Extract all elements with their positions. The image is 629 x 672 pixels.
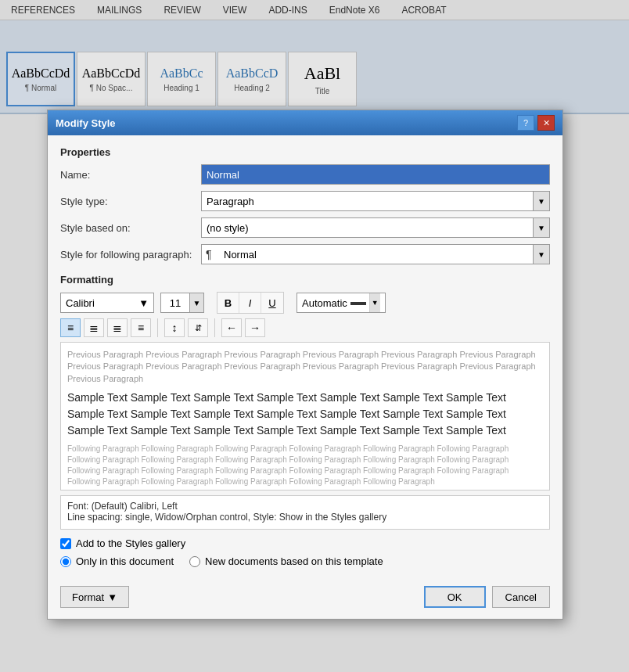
style-following-label: Style for following paragraph: [60, 249, 201, 261]
align-center-button[interactable]: ≣ [84, 318, 104, 337]
radio-new-template-wrap[interactable]: New documents based on this template [189, 555, 383, 567]
titlebar-buttons: ? ✕ [517, 115, 555, 131]
line-spacing-increase-button[interactable]: ↕ [164, 318, 185, 337]
indent-increase-button[interactable]: → [245, 318, 265, 337]
font-selector[interactable]: Calibri ▼ [60, 293, 154, 313]
help-button[interactable]: ? [517, 115, 534, 131]
radio-row: Only in this document New documents base… [60, 555, 550, 567]
align-right-button[interactable]: ≣ [107, 318, 128, 337]
name-row: Name: [60, 164, 550, 185]
close-button[interactable]: ✕ [537, 115, 555, 131]
style-type-select-wrap: Paragraph ▼ [201, 191, 550, 211]
radio-new-template-label: New documents based on this template [205, 555, 383, 567]
add-to-gallery-wrap[interactable]: Add to the Styles gallery [60, 537, 185, 549]
dialog-titlebar: Modify Style ? ✕ [48, 110, 563, 135]
font-size-wrap: ▼ [160, 293, 204, 313]
properties-section-title: Properties [60, 146, 550, 158]
style-description-line2: Line spacing: single, Widow/Orphan contr… [67, 512, 543, 523]
bold-button[interactable]: B [217, 293, 239, 313]
ok-button[interactable]: OK [424, 586, 486, 608]
formatting-section-title: Formatting [60, 274, 550, 286]
name-input[interactable] [201, 164, 550, 185]
style-based-select-wrap: (no style) ▼ [201, 217, 550, 238]
color-swatch [350, 302, 366, 305]
color-dropdown-arrow[interactable]: ▼ [369, 293, 380, 312]
style-type-label: Style type: [60, 196, 201, 207]
style-description: Font: (Default) Calibri, Left Line spaci… [60, 495, 550, 530]
format-button-arrow: ▼ [107, 591, 117, 603]
radio-only-doc-label: Only in this document [76, 555, 174, 567]
formatting-toolbar-row1: Calibri ▼ ▼ B I U [60, 292, 550, 314]
align-justify-button[interactable]: ≡ [131, 318, 151, 337]
radio-new-template[interactable] [189, 556, 200, 567]
formatting-section: Formatting Calibri ▼ ▼ [60, 274, 550, 530]
toolbar-divider-1 [157, 318, 158, 337]
preview-area: Previous Paragraph Previous Paragraph Pr… [60, 342, 550, 491]
style-based-select[interactable]: (no style) [201, 217, 550, 238]
formatting-toolbar-row2: ≡ ≣ ≣ ≡ ↕ ⇵ ← → [60, 318, 550, 337]
align-left-button[interactable]: ≡ [60, 318, 81, 337]
italic-button[interactable]: I [239, 293, 261, 313]
line-spacing-decrease-button[interactable]: ⇵ [188, 318, 208, 337]
style-type-row: Style type: Paragraph ▼ [60, 191, 550, 211]
preview-sample: Sample Text Sample Text Sample Text Samp… [67, 390, 543, 439]
style-description-line1: Font: (Default) Calibri, Left [67, 501, 543, 512]
indent-decrease-button[interactable]: ← [221, 318, 242, 337]
action-buttons: OK Cancel [424, 586, 550, 608]
radio-only-doc[interactable] [60, 556, 71, 567]
radio-only-doc-wrap[interactable]: Only in this document [60, 555, 174, 567]
style-following-select[interactable]: Normal [201, 244, 550, 264]
font-dropdown-icon: ▼ [138, 297, 149, 309]
modal-overlay: Modify Style ? ✕ Properties Name: Style … [0, 0, 629, 672]
font-size-input[interactable] [161, 293, 189, 312]
add-to-gallery-label: Add to the Styles gallery [76, 537, 185, 549]
font-size-arrow[interactable]: ▼ [189, 293, 203, 312]
options-row: Add to the Styles gallery [60, 537, 550, 549]
style-type-select[interactable]: Paragraph [201, 191, 550, 211]
underline-button[interactable]: U [261, 293, 283, 313]
modify-style-dialog: Modify Style ? ✕ Properties Name: Style … [47, 110, 563, 620]
add-to-gallery-checkbox[interactable] [60, 538, 71, 549]
dialog-footer: Format ▼ OK Cancel [48, 578, 563, 619]
toolbar-divider-2 [214, 318, 215, 337]
preview-following: Following Paragraph Following Paragraph … [67, 444, 543, 487]
name-label: Name: [60, 169, 201, 181]
cancel-button[interactable]: Cancel [492, 586, 550, 608]
style-based-label: Style based on: [60, 222, 201, 234]
format-button[interactable]: Format ▼ [60, 586, 129, 608]
preview-previous: Previous Paragraph Previous Paragraph Pr… [67, 349, 543, 385]
dialog-title: Modify Style [56, 117, 116, 129]
color-selector[interactable]: Automatic ▼ [297, 293, 386, 313]
dialog-body: Properties Name: Style type: Paragraph ▼… [48, 135, 563, 578]
color-label: Automatic [302, 297, 347, 309]
style-following-select-wrap: ¶ Normal ▼ [201, 244, 550, 264]
style-following-row: Style for following paragraph: ¶ Normal … [60, 244, 550, 264]
format-button-label: Format [72, 591, 104, 603]
font-name: Calibri [66, 297, 95, 309]
text-format-group: B I U [217, 292, 284, 314]
style-based-row: Style based on: (no style) ▼ [60, 217, 550, 238]
